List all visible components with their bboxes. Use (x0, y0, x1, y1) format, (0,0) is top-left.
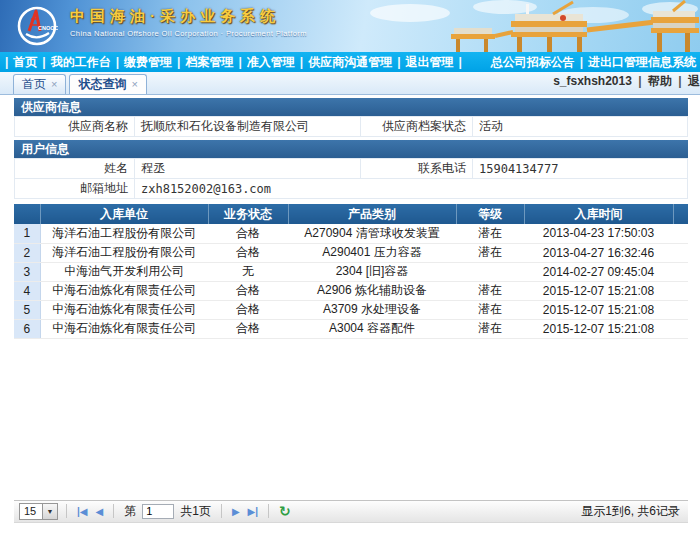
user-phone-label: 联系电话 (361, 159, 473, 179)
cell-grade: 潜在 (456, 319, 524, 338)
menu-separator: | (115, 52, 120, 72)
grid-col-grade[interactable]: 等级 (456, 204, 524, 224)
cell-category: A3709 水处理设备 (288, 300, 456, 319)
toolbar-divider (66, 504, 67, 518)
username: s_fsxhsh2013 (553, 74, 632, 88)
table-row[interactable]: 3 中海油气开发利用公司 无 2304 [旧]容器 2014-02-27 09:… (14, 262, 688, 281)
cell-pad (673, 319, 688, 338)
row-number: 2 (14, 243, 40, 262)
first-page-icon[interactable]: |◀ (75, 506, 90, 517)
table-row[interactable]: 4 中海石油炼化有限责任公司 合格 A2906 炼化辅助设备 潜在 2015-1… (14, 281, 688, 300)
next-page-icon[interactable]: ▶ (230, 506, 242, 517)
menu-right: 总公司招标公告 | 进出口管理信息系统 (487, 52, 700, 72)
menu-item-supplier-comm[interactable]: 供应商沟通管理 (304, 52, 396, 72)
tab-status-query[interactable]: 状态查询 × (69, 74, 146, 94)
menu-item-payment[interactable]: 缴费管理 (120, 52, 176, 72)
cell-pad (673, 243, 688, 262)
user-phone-value: 15904134777 (473, 159, 688, 179)
row-number: 4 (14, 281, 40, 300)
grid-col-status[interactable]: 业务状态 (208, 204, 288, 224)
menu-item-bid-notice[interactable]: 总公司招标公告 (487, 52, 579, 72)
grid-col-rownum (14, 204, 40, 224)
cell-grade (456, 262, 524, 281)
cell-unit: 中海石油炼化有限责任公司 (40, 319, 208, 338)
cell-unit: 中海油气开发利用公司 (40, 262, 208, 281)
user-email-label: 邮箱地址 (15, 179, 135, 199)
cell-time: 2015-12-07 15:21:08 (524, 300, 673, 319)
cell-category: A3004 容器配件 (288, 319, 456, 338)
cell-time: 2015-12-07 15:21:08 (524, 319, 673, 338)
user-bar: s_fsxhsh2013 | 帮助 | 退出 (553, 73, 700, 90)
menu-item-home[interactable]: 首页 (9, 52, 41, 72)
page-prefix-label: 第 (122, 503, 138, 520)
app-subtitle: China National Offshore Oil Corporation … (70, 29, 307, 38)
menu-item-import-export[interactable]: 进出口管理信息系统 (584, 52, 700, 72)
user-name-value: 程丞 (135, 159, 361, 179)
supplier-status-value: 活动 (473, 117, 688, 137)
page-number-input[interactable] (142, 504, 174, 519)
cell-grade: 潜在 (456, 281, 524, 300)
cell-pad (673, 262, 688, 281)
cell-time: 2013-04-27 16:32:46 (524, 243, 673, 262)
tab-strip: 首页 × 状态查询 × s_fsxhsh2013 | 帮助 | 退出 (0, 72, 700, 95)
cell-status: 合格 (208, 300, 288, 319)
menu-separator: | (41, 52, 46, 72)
menu-item-workbench[interactable]: 我的工作台 (47, 52, 115, 72)
grid-col-time[interactable]: 入库时间 (524, 204, 673, 224)
supplier-row: 供应商名称 抚顺欣和石化设备制造有限公司 供应商档案状态 活动 (15, 117, 688, 137)
toolbar-divider (268, 504, 269, 518)
user-section-header: 用户信息 (14, 140, 688, 158)
menu-item-access[interactable]: 准入管理 (243, 52, 299, 72)
records-grid: 入库单位 业务状态 产品类别 等级 入库时间 1 海洋石油工程股份有限公司 合格… (14, 204, 688, 339)
cell-time: 2015-12-07 15:21:08 (524, 281, 673, 300)
cell-category: A270904 清管球收发装置 (288, 224, 456, 243)
menu-separator: | (458, 52, 463, 72)
menu-item-archive[interactable]: 档案管理 (181, 52, 237, 72)
help-link[interactable]: 帮助 (648, 74, 672, 88)
grid-col-scrollpad (673, 204, 688, 224)
grid-header-row: 入库单位 业务状态 产品类别 等级 入库时间 (14, 204, 688, 224)
menu-separator: | (396, 52, 401, 72)
tab-home-label: 首页 (22, 75, 46, 94)
refresh-icon[interactable]: ↻ (277, 503, 293, 519)
supplier-info-table: 供应商名称 抚顺欣和石化设备制造有限公司 供应商档案状态 活动 (14, 116, 688, 137)
cell-pad (673, 224, 688, 243)
menu-separator: | (579, 52, 584, 72)
toolbar-divider (113, 504, 114, 518)
table-row[interactable]: 6 中海石油炼化有限责任公司 合格 A3004 容器配件 潜在 2015-12-… (14, 319, 688, 338)
page-size-select[interactable]: 15 ▼ (19, 503, 58, 520)
grid-col-category[interactable]: 产品类别 (288, 204, 456, 224)
pagination-controls: 15 ▼ |◀ ◀ 第 共1页 ▶ ▶| ↻ (19, 503, 293, 520)
menu-separator: | (176, 52, 181, 72)
cnooc-logo-icon: CNOOC (16, 5, 58, 47)
user-info-table: 姓名 程丞 联系电话 15904134777 邮箱地址 zxh8152002@1… (14, 158, 688, 199)
grid-col-unit[interactable]: 入库单位 (40, 204, 208, 224)
chevron-down-icon[interactable]: ▼ (42, 504, 57, 519)
tab-home[interactable]: 首页 × (13, 74, 66, 94)
menu-separator: | (299, 52, 304, 72)
logo-text: CNOOC (38, 25, 58, 31)
tab-close-icon[interactable]: × (131, 79, 137, 90)
banner: CNOOC 中国海油·采办业务系统 China National Offshor… (0, 0, 700, 52)
cell-grade: 潜在 (456, 300, 524, 319)
menu-left: | 首页 | 我的工作台 | 缴费管理 | 档案管理 | 准入管理 | 供应商沟… (0, 52, 463, 72)
prev-page-icon[interactable]: ◀ (94, 506, 106, 517)
menu-item-exit[interactable]: 退出管理 (402, 52, 458, 72)
menu-separator: | (237, 52, 242, 72)
table-row[interactable]: 1 海洋石油工程股份有限公司 合格 A270904 清管球收发装置 潜在 201… (14, 224, 688, 243)
cell-status: 无 (208, 262, 288, 281)
pagination-toolbar: 15 ▼ |◀ ◀ 第 共1页 ▶ ▶| ↻ 显示1到6, 共6记录 (14, 500, 688, 523)
cell-unit: 中海石油炼化有限责任公司 (40, 281, 208, 300)
table-row[interactable]: 2 海洋石油工程股份有限公司 合格 A290401 压力容器 潜在 2013-0… (14, 243, 688, 262)
grid-empty-area (14, 339, 688, 500)
cell-unit: 中海石油炼化有限责任公司 (40, 300, 208, 319)
supplier-name-value: 抚顺欣和石化设备制造有限公司 (135, 117, 361, 137)
row-number: 3 (14, 262, 40, 281)
brand-block: 中国海油·采办业务系统 China National Offshore Oil … (70, 7, 307, 38)
cell-pad (673, 281, 688, 300)
last-page-icon[interactable]: ▶| (246, 506, 261, 517)
table-row[interactable]: 5 中海石油炼化有限责任公司 合格 A3709 水处理设备 潜在 2015-12… (14, 300, 688, 319)
logout-link[interactable]: 退出 (688, 74, 700, 88)
cell-status: 合格 (208, 281, 288, 300)
tab-close-icon[interactable]: × (51, 79, 57, 90)
